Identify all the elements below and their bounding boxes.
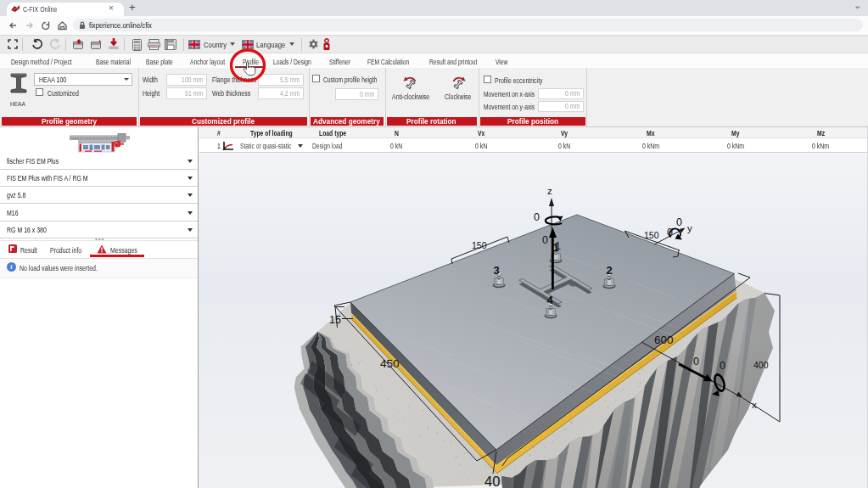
svg-text:2: 2 (607, 264, 613, 277)
svg-text:150: 150 (644, 230, 659, 240)
svg-text:450: 450 (380, 357, 400, 370)
svg-text:400: 400 (753, 360, 769, 370)
svg-text:y: y (687, 223, 692, 233)
svg-text:x: x (752, 400, 757, 410)
svg-text:3: 3 (494, 264, 500, 277)
svg-text:4: 4 (547, 294, 554, 306)
svg-text:40: 40 (484, 474, 500, 488)
svg-text:0: 0 (693, 356, 699, 367)
svg-text:z: z (547, 186, 552, 196)
svg-text:600: 600 (654, 334, 674, 346)
svg-text:150: 150 (472, 240, 487, 250)
svg-text:0: 0 (720, 360, 725, 372)
svg-text:0: 0 (534, 211, 540, 223)
svg-text:0: 0 (667, 227, 673, 238)
svg-text:15: 15 (329, 314, 341, 326)
svg-text:0: 0 (542, 234, 548, 246)
svg-text:0: 0 (676, 216, 682, 228)
